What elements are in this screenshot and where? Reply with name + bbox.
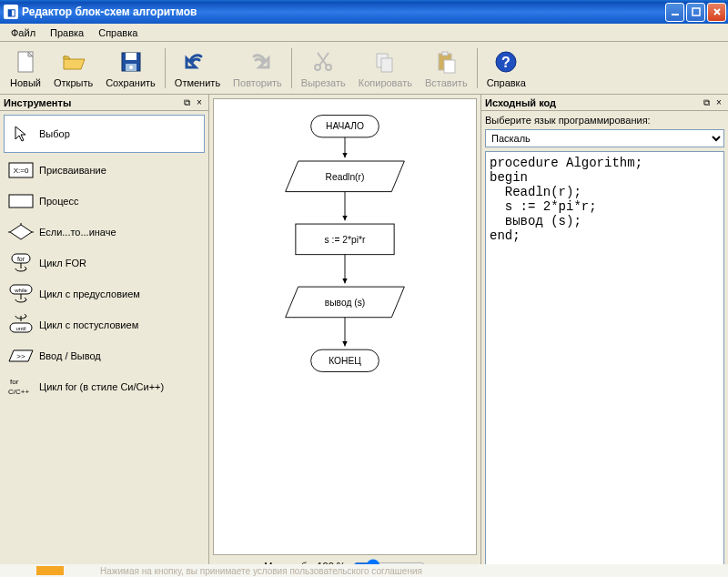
code-panel-title: Исходный код xyxy=(485,97,701,108)
paste-label: Вставить xyxy=(425,77,468,88)
menu-file[interactable]: Файл xyxy=(4,25,43,40)
cut-label: Вырезать xyxy=(301,77,346,88)
tool-process[interactable]: Процесс xyxy=(4,187,205,215)
svg-text:X:=0: X:=0 xyxy=(14,167,29,175)
node-process: s := 2*pi*r xyxy=(325,235,366,245)
panel-close-button[interactable]: × xyxy=(713,97,724,108)
tool-label: Ввод / Вывод xyxy=(39,350,101,361)
footer-text: Нажимая на кнопку, вы принимаете условия… xyxy=(100,566,422,576)
tool-assignment[interactable]: X:=0 Присваивание xyxy=(4,157,205,184)
svg-text:while: while xyxy=(14,288,27,293)
toolbar: Новый Открыть Сохранить Отменить Повтори… xyxy=(0,42,728,95)
paste-button[interactable]: Вставить xyxy=(419,44,474,93)
titlebar: ◧ Редактор блок-схем алгоритмов xyxy=(0,0,728,24)
svg-point-6 xyxy=(129,66,133,69)
redo-label: Повторить xyxy=(233,77,282,88)
save-button[interactable]: Сохранить xyxy=(99,44,162,93)
tool-list: Выбор X:=0 Присваивание Процесс Если...т… xyxy=(0,111,208,404)
node-start: НАЧАЛО xyxy=(326,121,364,131)
open-label: Открыть xyxy=(54,77,93,88)
svg-text:C/C++: C/C++ xyxy=(8,388,29,396)
help-label: Справка xyxy=(487,77,526,88)
while-loop-icon: while xyxy=(8,285,34,303)
tool-label: Цикл с предусловием xyxy=(39,288,140,299)
tool-until[interactable]: until Цикл с постусловием xyxy=(4,311,205,339)
app-icon: ◧ xyxy=(4,5,18,19)
help-icon: ? xyxy=(491,47,521,76)
undo-label: Отменить xyxy=(175,77,220,88)
tool-label: Присваивание xyxy=(39,165,106,176)
diamond-icon xyxy=(8,223,34,241)
svg-rect-10 xyxy=(381,58,392,72)
flowchart-svg: НАЧАЛО Readln(r) s := 2*pi*r вывод (s) К… xyxy=(227,99,463,427)
process-icon xyxy=(8,192,34,210)
tool-label: Процесс xyxy=(39,196,78,207)
footer-strip: Нажимая на кнопку, вы принимаете условия… xyxy=(0,564,728,577)
cut-scissors-icon xyxy=(308,47,338,76)
node-end: КОНЕЦ xyxy=(329,356,361,366)
tool-label: Цикл FOR xyxy=(39,258,86,268)
tool-if-else[interactable]: Если...то...иначе xyxy=(4,218,205,246)
redo-icon xyxy=(243,47,272,76)
tool-while[interactable]: while Цикл с предусловием xyxy=(4,280,205,308)
cfor-icon: forC/C++ xyxy=(8,378,34,396)
tool-select[interactable]: Выбор xyxy=(4,115,205,153)
tool-for[interactable]: for Цикл FOR xyxy=(4,249,205,277)
svg-rect-13 xyxy=(444,60,455,73)
close-button[interactable] xyxy=(707,3,726,22)
lang-select[interactable]: Паскаль xyxy=(485,129,724,147)
flowchart-canvas[interactable]: НАЧАЛО Readln(r) s := 2*pi*r вывод (s) К… xyxy=(213,98,477,555)
minimize-button[interactable] xyxy=(665,3,684,22)
redo-button[interactable]: Повторить xyxy=(227,44,288,93)
svg-text:for: for xyxy=(17,256,25,262)
new-label: Новый xyxy=(10,77,41,88)
maximize-button[interactable] xyxy=(686,3,705,22)
assignment-icon: X:=0 xyxy=(8,161,34,179)
pointer-icon xyxy=(8,125,34,143)
new-file-icon xyxy=(11,47,40,76)
footer-badge xyxy=(36,566,64,575)
copy-button[interactable]: Копировать xyxy=(352,44,419,93)
paste-icon xyxy=(431,47,460,76)
code-panel-header: Исходный код ⧉ × xyxy=(481,95,728,111)
for-loop-icon: for xyxy=(8,254,34,272)
undo-button[interactable]: Отменить xyxy=(168,44,227,93)
node-output: вывод (s) xyxy=(325,298,365,308)
svg-rect-4 xyxy=(126,53,136,60)
svg-text:?: ? xyxy=(501,55,511,70)
open-button[interactable]: Открыть xyxy=(47,44,99,93)
tool-io[interactable]: >> Ввод / Вывод xyxy=(4,342,205,369)
tool-label: Выбор xyxy=(39,128,70,139)
panel-close-button[interactable]: × xyxy=(194,97,205,108)
svg-text:until: until xyxy=(15,326,25,331)
panel-pin-button[interactable]: ⧉ xyxy=(701,97,712,108)
menu-edit[interactable]: Правка xyxy=(43,25,91,40)
io-parallelogram-icon: >> xyxy=(8,347,34,365)
code-output[interactable]: procedure Algorithm; begin Readln(r); s … xyxy=(485,151,724,573)
cut-button[interactable]: Вырезать xyxy=(295,44,352,93)
panel-pin-button[interactable]: ⧉ xyxy=(181,97,192,108)
save-label: Сохранить xyxy=(106,77,156,88)
tools-panel-title: Инструменты xyxy=(4,97,181,108)
new-button[interactable]: Новый xyxy=(4,44,47,93)
toolbar-separator xyxy=(165,48,166,88)
open-folder-icon xyxy=(59,47,88,76)
node-readln: Readln(r) xyxy=(326,172,365,182)
svg-text:>>: >> xyxy=(16,352,25,360)
svg-rect-0 xyxy=(672,14,679,15)
svg-rect-18 xyxy=(9,195,33,208)
svg-rect-12 xyxy=(442,52,448,56)
menubar: Файл Правка Справка xyxy=(0,24,728,42)
menu-help[interactable]: Справка xyxy=(91,25,145,40)
svg-rect-1 xyxy=(693,8,700,15)
svg-text:for: for xyxy=(10,378,19,386)
toolbar-separator xyxy=(291,48,292,88)
canvas-panel: НАЧАЛО Readln(r) s := 2*pi*r вывод (s) К… xyxy=(209,95,480,577)
tool-cfor[interactable]: forC/C++ Цикл for (в стиле Си/Си++) xyxy=(4,373,205,400)
lang-label: Выберите язык программирования: xyxy=(485,115,724,126)
undo-icon xyxy=(183,47,212,76)
tool-label: Цикл с постусловием xyxy=(39,319,138,330)
save-floppy-icon xyxy=(116,47,146,76)
copy-icon xyxy=(370,47,399,76)
help-button[interactable]: ? Справка xyxy=(480,44,532,93)
